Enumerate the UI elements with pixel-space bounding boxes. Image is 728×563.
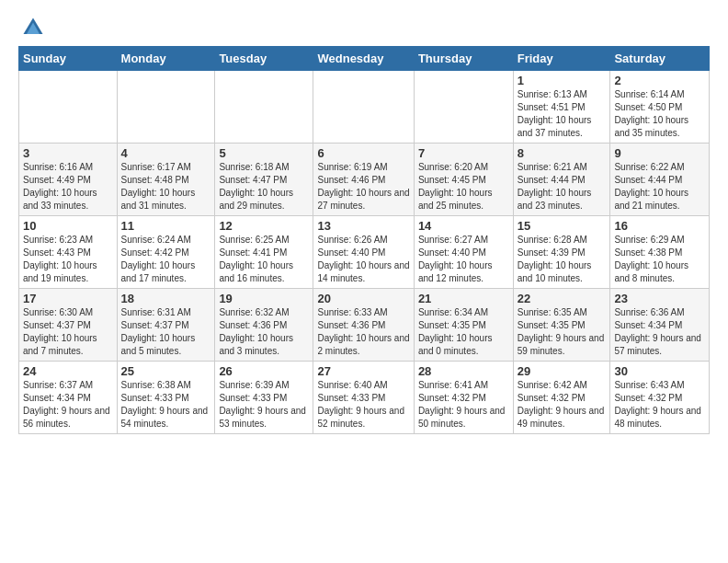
day-cell-20: 20Sunrise: 6:33 AM Sunset: 4:36 PM Dayli… [313, 289, 414, 362]
day-number: 17 [23, 292, 113, 305]
day-info: Sunrise: 6:13 AM Sunset: 4:51 PM Dayligh… [518, 88, 607, 140]
day-number: 5 [219, 146, 309, 160]
logo [18, 15, 48, 40]
day-cell-21: 21Sunrise: 6:34 AM Sunset: 4:35 PM Dayli… [414, 289, 513, 362]
weekday-header-row: SundayMondayTuesdayWednesdayThursdayFrid… [19, 47, 710, 71]
day-cell-4: 4Sunrise: 6:17 AM Sunset: 4:48 PM Daylig… [117, 144, 215, 216]
day-cell-19: 19Sunrise: 6:32 AM Sunset: 4:36 PM Dayli… [215, 289, 313, 362]
day-cell-26: 26Sunrise: 6:39 AM Sunset: 4:33 PM Dayli… [215, 362, 313, 434]
day-info: Sunrise: 6:33 AM Sunset: 4:36 PM Dayligh… [317, 306, 409, 358]
day-number: 24 [23, 364, 113, 378]
day-number: 19 [219, 292, 309, 305]
day-info: Sunrise: 6:16 AM Sunset: 4:49 PM Dayligh… [23, 161, 113, 213]
day-info: Sunrise: 6:14 AM Sunset: 4:50 PM Dayligh… [614, 88, 705, 140]
day-cell-6: 6Sunrise: 6:19 AM Sunset: 4:46 PM Daylig… [313, 144, 414, 216]
day-number: 2 [614, 74, 705, 87]
empty-cell [19, 71, 118, 144]
day-cell-3: 3Sunrise: 6:16 AM Sunset: 4:49 PM Daylig… [19, 144, 118, 216]
day-cell-17: 17Sunrise: 6:30 AM Sunset: 4:37 PM Dayli… [19, 289, 118, 362]
day-number: 20 [317, 292, 409, 305]
day-info: Sunrise: 6:20 AM Sunset: 4:45 PM Dayligh… [418, 161, 509, 213]
logo-icon [20, 15, 46, 40]
day-number: 28 [418, 364, 509, 378]
day-cell-25: 25Sunrise: 6:38 AM Sunset: 4:33 PM Dayli… [117, 362, 215, 434]
day-number: 6 [317, 146, 409, 160]
day-number: 22 [518, 292, 607, 305]
day-cell-9: 9Sunrise: 6:22 AM Sunset: 4:44 PM Daylig… [610, 144, 710, 216]
day-info: Sunrise: 6:28 AM Sunset: 4:39 PM Dayligh… [518, 234, 607, 285]
day-info: Sunrise: 6:41 AM Sunset: 4:32 PM Dayligh… [418, 379, 509, 431]
week-row-4: 17Sunrise: 6:30 AM Sunset: 4:37 PM Dayli… [19, 289, 710, 362]
header [18, 15, 710, 40]
day-number: 30 [614, 364, 705, 378]
day-cell-14: 14Sunrise: 6:27 AM Sunset: 4:40 PM Dayli… [414, 216, 513, 289]
day-cell-10: 10Sunrise: 6:23 AM Sunset: 4:43 PM Dayli… [19, 216, 118, 289]
day-number: 29 [518, 364, 607, 378]
weekday-header-friday: Friday [513, 47, 610, 71]
day-number: 10 [23, 219, 113, 233]
day-cell-29: 29Sunrise: 6:42 AM Sunset: 4:32 PM Dayli… [513, 362, 610, 434]
day-cell-2: 2Sunrise: 6:14 AM Sunset: 4:50 PM Daylig… [610, 71, 710, 144]
weekday-header-wednesday: Wednesday [313, 47, 414, 71]
day-number: 25 [121, 364, 211, 378]
weekday-header-thursday: Thursday [414, 47, 513, 71]
empty-cell [117, 71, 215, 144]
day-cell-22: 22Sunrise: 6:35 AM Sunset: 4:35 PM Dayli… [513, 289, 610, 362]
day-number: 3 [23, 146, 113, 160]
day-info: Sunrise: 6:26 AM Sunset: 4:40 PM Dayligh… [317, 234, 409, 285]
day-cell-5: 5Sunrise: 6:18 AM Sunset: 4:47 PM Daylig… [215, 144, 313, 216]
week-row-1: 1Sunrise: 6:13 AM Sunset: 4:51 PM Daylig… [19, 71, 710, 144]
day-cell-23: 23Sunrise: 6:36 AM Sunset: 4:34 PM Dayli… [610, 289, 710, 362]
day-number: 4 [121, 146, 211, 160]
day-number: 13 [317, 219, 409, 233]
day-info: Sunrise: 6:34 AM Sunset: 4:35 PM Dayligh… [418, 306, 509, 358]
empty-cell [215, 71, 313, 144]
day-cell-24: 24Sunrise: 6:37 AM Sunset: 4:34 PM Dayli… [19, 362, 118, 434]
day-info: Sunrise: 6:31 AM Sunset: 4:37 PM Dayligh… [121, 306, 211, 358]
day-number: 9 [614, 146, 705, 160]
day-info: Sunrise: 6:18 AM Sunset: 4:47 PM Dayligh… [219, 161, 309, 213]
day-info: Sunrise: 6:22 AM Sunset: 4:44 PM Dayligh… [614, 161, 705, 213]
week-row-3: 10Sunrise: 6:23 AM Sunset: 4:43 PM Dayli… [19, 216, 710, 289]
day-info: Sunrise: 6:25 AM Sunset: 4:41 PM Dayligh… [219, 234, 309, 285]
day-info: Sunrise: 6:17 AM Sunset: 4:48 PM Dayligh… [121, 161, 211, 213]
day-cell-8: 8Sunrise: 6:21 AM Sunset: 4:44 PM Daylig… [513, 144, 610, 216]
day-number: 21 [418, 292, 509, 305]
week-row-5: 24Sunrise: 6:37 AM Sunset: 4:34 PM Dayli… [19, 362, 710, 434]
day-number: 12 [219, 219, 309, 233]
day-cell-13: 13Sunrise: 6:26 AM Sunset: 4:40 PM Dayli… [313, 216, 414, 289]
day-number: 7 [418, 146, 509, 160]
weekday-header-saturday: Saturday [610, 47, 710, 71]
empty-cell [414, 71, 513, 144]
day-info: Sunrise: 6:29 AM Sunset: 4:38 PM Dayligh… [614, 234, 705, 285]
day-number: 14 [418, 219, 509, 233]
day-cell-12: 12Sunrise: 6:25 AM Sunset: 4:41 PM Dayli… [215, 216, 313, 289]
day-cell-28: 28Sunrise: 6:41 AM Sunset: 4:32 PM Dayli… [414, 362, 513, 434]
day-number: 18 [121, 292, 211, 305]
day-cell-15: 15Sunrise: 6:28 AM Sunset: 4:39 PM Dayli… [513, 216, 610, 289]
day-info: Sunrise: 6:32 AM Sunset: 4:36 PM Dayligh… [219, 306, 309, 358]
day-cell-18: 18Sunrise: 6:31 AM Sunset: 4:37 PM Dayli… [117, 289, 215, 362]
day-info: Sunrise: 6:38 AM Sunset: 4:33 PM Dayligh… [121, 379, 211, 431]
day-info: Sunrise: 6:23 AM Sunset: 4:43 PM Dayligh… [23, 234, 113, 285]
day-cell-16: 16Sunrise: 6:29 AM Sunset: 4:38 PM Dayli… [610, 216, 710, 289]
weekday-header-sunday: Sunday [19, 47, 118, 71]
week-row-2: 3Sunrise: 6:16 AM Sunset: 4:49 PM Daylig… [19, 144, 710, 216]
weekday-header-monday: Monday [117, 47, 215, 71]
day-info: Sunrise: 6:37 AM Sunset: 4:34 PM Dayligh… [23, 379, 113, 431]
day-number: 16 [614, 219, 705, 233]
day-cell-27: 27Sunrise: 6:40 AM Sunset: 4:33 PM Dayli… [313, 362, 414, 434]
day-info: Sunrise: 6:39 AM Sunset: 4:33 PM Dayligh… [219, 379, 309, 431]
day-info: Sunrise: 6:19 AM Sunset: 4:46 PM Dayligh… [317, 161, 409, 213]
day-info: Sunrise: 6:40 AM Sunset: 4:33 PM Dayligh… [317, 379, 409, 431]
day-cell-7: 7Sunrise: 6:20 AM Sunset: 4:45 PM Daylig… [414, 144, 513, 216]
day-number: 27 [317, 364, 409, 378]
day-info: Sunrise: 6:30 AM Sunset: 4:37 PM Dayligh… [23, 306, 113, 358]
day-cell-11: 11Sunrise: 6:24 AM Sunset: 4:42 PM Dayli… [117, 216, 215, 289]
calendar-page: SundayMondayTuesdayWednesdayThursdayFrid… [0, 0, 728, 443]
day-info: Sunrise: 6:35 AM Sunset: 4:35 PM Dayligh… [518, 306, 607, 358]
day-info: Sunrise: 6:21 AM Sunset: 4:44 PM Dayligh… [518, 161, 607, 213]
weekday-header-tuesday: Tuesday [215, 47, 313, 71]
calendar-table: SundayMondayTuesdayWednesdayThursdayFrid… [18, 46, 710, 434]
day-cell-1: 1Sunrise: 6:13 AM Sunset: 4:51 PM Daylig… [513, 71, 610, 144]
